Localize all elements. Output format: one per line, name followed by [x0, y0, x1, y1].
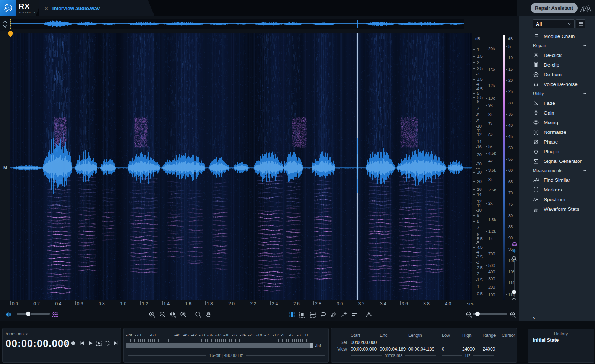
sidebar-item-markers[interactable]: Markers [533, 185, 587, 194]
sidebar-item-de-click[interactable]: De-click [533, 50, 587, 60]
freq-tick: 15k [488, 68, 495, 72]
low-value[interactable]: 0 [442, 347, 444, 352]
sidebar-item-de-hum[interactable]: De-hum [533, 70, 587, 79]
sidebar-item-waveform-stats[interactable]: Waveform Stats [533, 204, 587, 214]
amp-tick-dash [473, 79, 475, 80]
amp-tick-dash [473, 235, 475, 235]
amp-tick: -1.5 [476, 278, 483, 282]
meter-scale-label: -24 [240, 333, 246, 337]
sidebar-item-normalize[interactable]: Normalize [533, 127, 587, 137]
amp-tick: -4.5 [476, 87, 483, 91]
cursor-header: Cursor [502, 333, 515, 338]
magic-wand-tool-icon[interactable] [341, 311, 347, 318]
brush-tool-icon[interactable] [330, 311, 337, 318]
section-header-utility[interactable]: Utility [533, 90, 587, 97]
waveform-view-icon[interactable] [6, 311, 13, 318]
sidebar-expand-button[interactable]: › [533, 314, 535, 322]
vertical-zoom-in-icon[interactable] [512, 255, 517, 261]
waveform-spectrogram-blend-slider[interactable] [17, 313, 50, 315]
view-end-value[interactable]: 00:00:04.189 [380, 347, 406, 352]
tab-interview-audio[interactable]: × Interview audio.wav [39, 0, 155, 16]
loop-button[interactable] [104, 340, 111, 347]
blend-slider-knob[interactable] [26, 312, 30, 316]
meter-scale-label: -15 [264, 333, 270, 337]
section-header-measurements[interactable]: Measurements [533, 167, 587, 174]
rx-logo-icon [3, 3, 13, 13]
freq-tick-dash [486, 272, 487, 272]
sel-start-value[interactable]: 00:00:00.000 [351, 340, 377, 345]
tab-close-icon[interactable]: × [45, 6, 48, 11]
play-selection-button[interactable] [96, 340, 102, 347]
amp-tick: -11 [476, 203, 481, 208]
meter-scale-label: -27 [232, 333, 238, 337]
freq-tick: 1.2k [488, 229, 496, 233]
freq-tick-dash [486, 279, 487, 279]
amp-tick: -8 [476, 219, 479, 223]
modules-sidebar: All Module ChainRepairDe-clickDe-clipDe-… [519, 16, 595, 321]
play-to-end-button[interactable] [113, 340, 119, 347]
colorbar-tick-dash [506, 136, 507, 137]
lasso-tool-icon[interactable] [320, 311, 327, 318]
instant-process-tool[interactable] [365, 311, 372, 318]
frequency-selection-tool[interactable] [309, 311, 316, 318]
hand-tool-icon[interactable] [205, 311, 212, 318]
sidebar-item-de-clip[interactable]: De-clip [533, 60, 587, 70]
go-to-start-button[interactable] [78, 340, 85, 347]
sidebar-item-fade[interactable]: Fade [533, 98, 587, 108]
ruler-tick [184, 301, 184, 305]
repair-assistant-button[interactable]: Repair Assistant [531, 3, 578, 13]
time-format-selector[interactable]: h:m:s.ms ▼ [6, 331, 28, 336]
file-format-info: 16-bit | 48000 Hz [128, 353, 325, 358]
spectrogram-view-mini-icon[interactable] [512, 242, 517, 247]
sidebar-item-spectrum[interactable]: Spectrum [533, 194, 587, 204]
record-button[interactable] [70, 340, 77, 347]
playhead-marker-pin[interactable] [8, 31, 13, 37]
horizontal-zoom-slider-knob[interactable] [475, 312, 480, 316]
sidebar-item-find-similar[interactable]: Find Similar [533, 175, 587, 185]
sidebar-item-module-chain[interactable]: Module Chain [533, 31, 587, 41]
time-frequency-selection-tool[interactable] [299, 311, 306, 318]
sidebar-item-plug-in[interactable]: Plug-in [533, 146, 587, 156]
zoom-out-icon[interactable] [159, 311, 166, 318]
horizontal-zoom-out-icon[interactable] [466, 311, 472, 318]
view-length-value[interactable]: 00:00:04.189 [408, 347, 434, 352]
overview-scroll-control[interactable] [1, 20, 9, 29]
meter-scale-label: -12 [273, 333, 279, 337]
amp-tick-dash [473, 147, 475, 147]
sidebar-item-gain[interactable]: Gain [533, 108, 587, 117]
spectrogram-canvas[interactable] [10, 33, 472, 301]
ruler-label: 3.4 [380, 301, 386, 306]
horizontal-zoom-in-icon[interactable] [509, 311, 516, 318]
high-value[interactable]: 24000 [462, 347, 475, 352]
time-ruler[interactable]: 0.00.20.40.60.81.01.21.41.61.82.02.22.42… [0, 300, 519, 309]
amp-tick: -20 [476, 152, 482, 157]
range-value[interactable]: 24000 [483, 347, 495, 352]
magnifier-tool-icon[interactable] [195, 311, 202, 318]
zoom-fit-icon[interactable] [180, 311, 187, 318]
module-menu-button[interactable] [576, 19, 585, 28]
sidebar-item-phase[interactable]: Phase [533, 137, 587, 146]
zoom-in-icon[interactable] [149, 311, 155, 318]
sidebar-item-signal-generator[interactable]: Signal Generator [533, 156, 587, 166]
history-entry[interactable]: Initial State [533, 337, 559, 343]
play-button[interactable] [87, 340, 94, 347]
sidebar-item-voice-de-noise[interactable]: Voice De-noise [533, 79, 587, 89]
view-start-value[interactable]: 00:00:00.000 [351, 347, 377, 352]
module-filter-select[interactable]: All [533, 19, 575, 28]
plug-in-icon [533, 148, 539, 155]
ruler-tick [32, 301, 32, 305]
freq-tick: 20k [488, 46, 495, 51]
sidebar-item-mixing[interactable]: Mixing [533, 117, 587, 127]
amp-tick-dash [473, 74, 475, 74]
amp-tick: -4 [476, 82, 479, 86]
overview-waveform-strip[interactable] [10, 19, 464, 29]
monitor-button[interactable] [61, 340, 68, 347]
waveform-view-mini-icon[interactable] [512, 248, 517, 254]
ruler-label: 0.2 [33, 301, 40, 306]
section-header-repair[interactable]: Repair [533, 42, 587, 49]
vertical-zoom-slider-knob[interactable] [512, 290, 516, 294]
adaptive-mode-icon[interactable] [351, 311, 358, 318]
zoom-selection-icon[interactable] [170, 311, 176, 318]
spectrogram-view-icon[interactable] [52, 311, 59, 318]
time-selection-tool[interactable] [289, 311, 295, 318]
